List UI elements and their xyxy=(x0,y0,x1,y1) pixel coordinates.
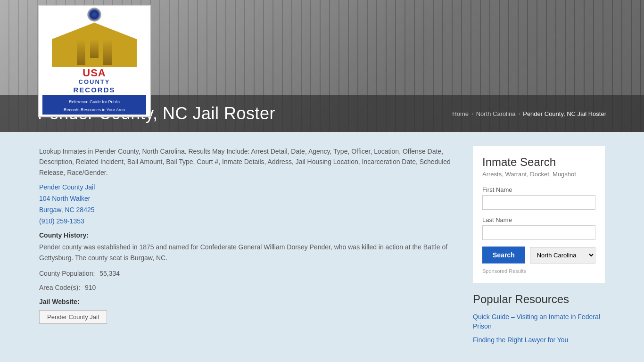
first-name-group: First Name xyxy=(482,186,595,210)
logo-column-mid xyxy=(90,39,99,58)
breadcrumb-home[interactable]: Home xyxy=(452,110,469,117)
county-history-text: Pender county was established in 1875 an… xyxy=(39,242,459,263)
sponsored-text: Sponsored Results xyxy=(482,268,595,274)
logo-records-text: RECORDS xyxy=(73,86,115,94)
search-button[interactable]: Search xyxy=(482,247,525,263)
breadcrumb-sep-1: › xyxy=(471,111,473,116)
popular-resources-title: Popular Resources xyxy=(473,293,605,306)
last-name-input[interactable] xyxy=(482,225,595,240)
last-name-group: Last Name xyxy=(482,216,595,240)
main-wrapper: Lookup Inmates in Pender County, North C… xyxy=(30,132,614,362)
address-city-link[interactable]: Burgaw, NC 28425 xyxy=(39,206,459,214)
breadcrumb: Home › North Carolina › Pender County, N… xyxy=(452,110,606,117)
content-area: Lookup Inmates in Pender County, North C… xyxy=(39,146,459,350)
population-value: 55,334 xyxy=(99,270,120,277)
jail-name-link[interactable]: Pender County Jail xyxy=(39,183,459,191)
search-row: Search North Carolina Alabama Alaska Ari… xyxy=(482,247,595,263)
logo-roof xyxy=(52,23,137,39)
logo-building xyxy=(52,8,137,67)
area-code-label: Area Code(s): 910 xyxy=(39,284,459,291)
jail-website-label: Jail Website: xyxy=(39,298,459,305)
logo-flag-icon xyxy=(87,8,101,22)
description-text: Lookup Inmates in Pender County, North C… xyxy=(39,146,459,178)
breadcrumb-sep-2: › xyxy=(519,111,520,116)
inmate-search-subtitle: Arrests, Warrant, Docket, Mugshot xyxy=(482,171,595,178)
breadcrumb-current: Pender County, NC Jail Roster xyxy=(523,110,606,117)
inmate-search-title: Inmate Search xyxy=(482,156,595,169)
hero-section: USA COUNTY RECORDS Reference Guide for P… xyxy=(0,0,644,132)
area-code-value: 910 xyxy=(85,284,96,291)
first-name-label: First Name xyxy=(482,186,595,193)
logo-tagline-box: Reference Guide for Public Records Resou… xyxy=(42,95,146,115)
logo-usa-text: USA xyxy=(73,68,115,78)
logo-column-right xyxy=(103,39,112,65)
address-street-link[interactable]: 104 North Walker xyxy=(39,195,459,202)
county-history-label: County History: xyxy=(39,231,459,239)
logo-county-text: COUNTY xyxy=(73,78,115,86)
state-select[interactable]: North Carolina Alabama Alaska Arizona Ar… xyxy=(530,247,595,263)
first-name-input[interactable] xyxy=(482,195,595,210)
popular-resources: Popular Resources Quick Guide – Visiting… xyxy=(473,293,605,345)
resource-link-2[interactable]: Finding the Right Lawyer for You xyxy=(473,336,605,345)
resource-link-1[interactable]: Quick Guide – Visiting an Inmate in Fede… xyxy=(473,313,605,331)
logo-column-left xyxy=(77,39,85,65)
phone-link[interactable]: (910) 259-1353 xyxy=(39,217,459,225)
population-label: County Population: 55,334 xyxy=(39,270,459,277)
last-name-label: Last Name xyxy=(482,216,595,223)
logo-tagline: Reference Guide for Public Records Resou… xyxy=(64,99,125,113)
inmate-search-box: Inmate Search Arrests, Warrant, Docket, … xyxy=(473,146,605,283)
sidebar: Inmate Search Arrests, Warrant, Docket, … xyxy=(473,146,605,350)
breadcrumb-state[interactable]: North Carolina xyxy=(476,110,516,117)
site-logo[interactable]: USA COUNTY RECORDS Reference Guide for P… xyxy=(38,5,151,117)
jail-website-link[interactable]: Pender County Jail xyxy=(39,310,107,324)
